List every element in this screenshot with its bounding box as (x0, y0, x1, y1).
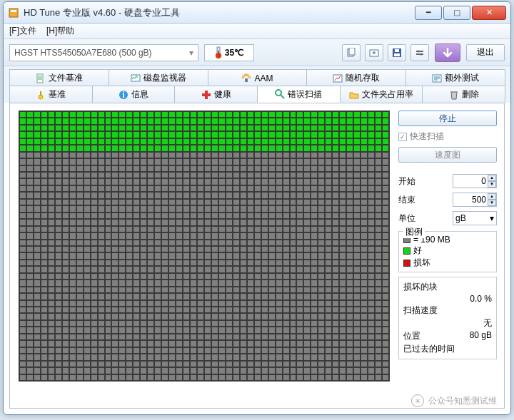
grid-cell (119, 374, 126, 381)
grid-cell (84, 145, 91, 151)
svg-rect-10 (394, 53, 400, 56)
grid-cell (325, 260, 332, 266)
grid-cell (318, 320, 325, 327)
grid-cell (111, 327, 119, 333)
grid-cell (233, 361, 240, 367)
grid-cell (41, 374, 48, 381)
grid-cell (382, 212, 389, 219)
grid-cell (353, 219, 361, 225)
grid-cell (254, 158, 261, 165)
tab-delete[interactable]: 删除 (422, 86, 505, 103)
drive-select[interactable]: HGST HTS545050A7E680 (500 gB) ▾ (9, 44, 198, 61)
grid-cell (290, 266, 297, 272)
grid-cell (55, 246, 62, 252)
tab-info[interactable]: i信息 (92, 86, 176, 103)
svg-point-27 (276, 90, 281, 96)
grid-cell (48, 287, 55, 293)
grid-cell (368, 347, 375, 354)
grid-cell (26, 327, 34, 333)
grid-cell (254, 266, 261, 272)
maximize-button[interactable]: ▢ (443, 6, 470, 20)
tab-folder-usage[interactable]: 文件夹占用率 (340, 86, 423, 103)
grid-cell (382, 131, 389, 138)
grid-cell (233, 367, 240, 374)
grid-cell (218, 374, 226, 381)
grid-cell (91, 367, 98, 374)
tab-extra-test[interactable]: 额外测试 (405, 69, 505, 86)
grid-cell (76, 367, 84, 374)
grid-cell (204, 293, 211, 299)
grid-cell (268, 287, 276, 293)
grid-cell (353, 152, 361, 158)
unit-select[interactable]: gB ▾ (453, 211, 497, 225)
grid-cell (325, 266, 332, 272)
tab-error-scan[interactable]: 错误扫描 (257, 86, 341, 103)
grid-cell (211, 374, 218, 381)
grid-cell (247, 192, 254, 198)
grid-cell (48, 199, 55, 205)
grid-cell (276, 287, 283, 293)
tab-benchmark[interactable]: 基准 (9, 86, 93, 103)
grid-cell (140, 240, 147, 246)
grid-cell (48, 152, 55, 158)
grid-cell (211, 212, 218, 219)
grid-cell (368, 165, 375, 172)
grid-cell (105, 334, 112, 340)
settings-button[interactable] (410, 44, 429, 61)
grid-cell (147, 374, 154, 381)
grid-cell (339, 246, 346, 252)
tab-random-access[interactable]: 随机存取 (306, 69, 406, 86)
grid-cell (375, 313, 382, 319)
close-button[interactable]: ✕ (472, 6, 506, 20)
grid-cell (62, 354, 69, 360)
grid-cell (105, 232, 112, 239)
grid-cell (268, 178, 276, 185)
grid-cell (204, 205, 211, 212)
grid-cell (296, 287, 303, 293)
save-button[interactable] (388, 44, 406, 61)
grid-cell (283, 219, 290, 225)
grid-cell (276, 240, 283, 246)
minimize-button[interactable]: ━ (415, 6, 442, 20)
copy-button[interactable] (342, 44, 361, 61)
grid-cell (26, 111, 34, 118)
titlebar[interactable]: HD Tune 专业版 v4.60 - 硬盘专业工具 ━ ▢ ✕ (4, 2, 510, 24)
grid-cell (283, 300, 290, 307)
grid-cell (176, 340, 183, 347)
menu-file[interactable]: [F]文件 (9, 25, 36, 37)
grid-cell (140, 300, 147, 307)
grid-cell (154, 300, 161, 307)
exit-button[interactable]: 退出 (466, 44, 505, 61)
grid-cell (226, 212, 233, 219)
grid-cell (268, 138, 276, 145)
grid-cell (176, 293, 183, 299)
grid-cell (353, 313, 361, 319)
scan-action-button[interactable] (435, 43, 460, 62)
grid-cell (183, 334, 190, 340)
speed-map-button[interactable]: 速度图 (398, 147, 497, 163)
grid-cell (247, 313, 254, 319)
end-spinner[interactable]: ▲▼ (488, 193, 496, 206)
grid-cell (361, 192, 368, 198)
start-spinner[interactable]: ▲▼ (488, 175, 496, 188)
grid-cell (19, 327, 26, 333)
tab-disk-monitor[interactable]: 磁盘监视器 (109, 69, 208, 86)
menu-help[interactable]: [H]帮助 (46, 25, 74, 37)
grid-cell (353, 205, 361, 212)
stop-button[interactable]: 停止 (398, 111, 497, 126)
grid-cell (261, 178, 268, 185)
grid-cell (126, 252, 133, 259)
grid-cell (41, 273, 48, 280)
grid-cell (19, 226, 26, 232)
grid-cell (197, 361, 204, 367)
grid-cell (161, 347, 168, 354)
grid-cell (197, 334, 204, 340)
grid-cell (98, 280, 105, 286)
tab-aam[interactable]: AAM (208, 69, 308, 86)
quick-scan-checkbox[interactable]: ✓ (398, 133, 407, 141)
tab-file-baseline[interactable]: 文件基准 (9, 69, 109, 86)
grid-cell (353, 307, 361, 313)
screenshot-button[interactable] (365, 44, 383, 61)
tab-health[interactable]: 健康 (174, 86, 258, 103)
grid-cell (204, 280, 211, 286)
